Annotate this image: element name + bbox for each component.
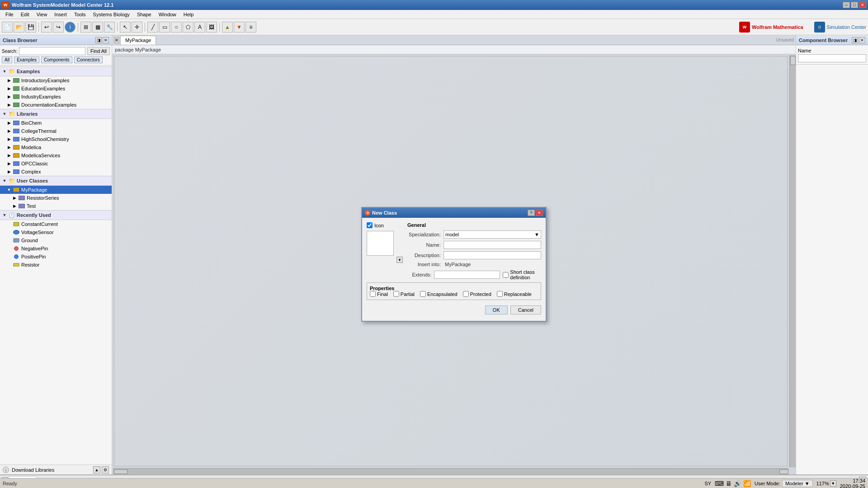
name-input[interactable] xyxy=(443,241,541,249)
datetime-area: 17:34 2020-09-25 xyxy=(840,478,865,488)
save-button[interactable]: 💾 xyxy=(25,22,36,33)
browser-bottom-btn2[interactable]: ⚙ xyxy=(102,466,109,474)
fill-tool[interactable]: ▼ xyxy=(234,22,245,33)
menu-shape[interactable]: Shape xyxy=(133,11,155,18)
opc-classic-item[interactable]: ▶ OPCClassic xyxy=(0,160,112,168)
encapsulated-checkbox[interactable] xyxy=(420,291,426,297)
menu-file[interactable]: File xyxy=(2,11,17,18)
short-class-checkbox[interactable] xyxy=(503,272,509,278)
canvas-tab-close[interactable]: ✕ xyxy=(114,37,119,43)
introductory-examples-item[interactable]: ▶ IntroductoryExamples xyxy=(0,76,112,84)
dialog-close-button[interactable]: ✕ xyxy=(536,210,543,216)
line-tool[interactable]: ╱ xyxy=(147,22,158,33)
open-button[interactable]: 📂 xyxy=(14,22,24,33)
modelica-expand: ▶ xyxy=(6,145,12,150)
resistor-series-item[interactable]: ▶ ResistorSeries xyxy=(0,194,112,202)
pointer-tool[interactable]: ↖ xyxy=(120,22,131,33)
component-browser-controls[interactable]: ◨ ✕ xyxy=(852,37,865,43)
icon-dropdown-button[interactable]: ▼ xyxy=(396,257,403,263)
modelica-services-item[interactable]: ▶ ModelicaServices xyxy=(0,151,112,160)
positive-pin-item[interactable]: ▶ PositivePin xyxy=(0,253,112,261)
dialog-controls[interactable]: ? ✕ xyxy=(528,210,543,216)
user-classes-section-header[interactable]: ▼ 📁 User Classes xyxy=(0,176,112,186)
search-input[interactable] xyxy=(19,47,85,55)
class-browser-close-button[interactable]: ✕ xyxy=(103,37,109,43)
menu-insert[interactable]: Insert xyxy=(51,11,71,18)
voltage-sensor-item[interactable]: ▶ VoltageSensor xyxy=(0,228,112,236)
new-button[interactable]: 📄 xyxy=(2,22,13,33)
tool3[interactable]: 🔧 xyxy=(104,22,115,33)
title-bar-controls[interactable]: ─ □ ✕ xyxy=(843,2,866,8)
browser-bottom-btn1[interactable]: ▲ xyxy=(93,466,100,474)
menu-view[interactable]: View xyxy=(33,11,51,18)
final-checkbox[interactable] xyxy=(370,291,376,297)
cancel-button[interactable]: Cancel xyxy=(510,305,541,314)
line-style[interactable]: ≡ xyxy=(245,22,256,33)
specialization-select[interactable]: model ▼ xyxy=(443,230,541,239)
comp-browser-close-button[interactable]: ✕ xyxy=(859,37,865,43)
resistor-item[interactable]: ▶ Resistor xyxy=(0,261,112,269)
class-browser-float-button[interactable]: ◨ xyxy=(95,37,102,43)
maximize-button[interactable]: □ xyxy=(851,2,858,8)
modelica-item[interactable]: ▶ Modelica xyxy=(0,143,112,151)
zoom-button[interactable]: ▼ xyxy=(830,480,836,487)
education-examples-item[interactable]: ▶ EducationExamples xyxy=(0,84,112,93)
class-browser-panel-controls[interactable]: ◨ ✕ xyxy=(95,37,109,43)
protected-checkbox[interactable] xyxy=(463,291,469,297)
info-button[interactable]: i xyxy=(65,22,75,33)
constant-current-item[interactable]: ▶ ConstantCurrent xyxy=(0,220,112,228)
circle-tool[interactable]: ○ xyxy=(171,22,182,33)
biochem-item[interactable]: ▶ BioChem xyxy=(0,119,112,127)
test-item[interactable]: ▶ Test xyxy=(0,202,112,210)
svg-rect-2 xyxy=(14,263,19,266)
modeler-dropdown[interactable]: Modeler ▼ xyxy=(782,480,813,487)
examples-section-header[interactable]: ▼ 📁 Examples xyxy=(0,66,112,76)
status-bar: Ready SY ⌨ 🖥 🔊 📶 User Mode: Modeler ▼ 11… xyxy=(0,478,868,488)
replaceable-checkbox[interactable] xyxy=(497,291,503,297)
dialog-help-button[interactable]: ? xyxy=(528,210,535,216)
undo-button[interactable]: ↩ xyxy=(41,22,52,33)
recently-used-section-header[interactable]: ▼ 🕐 Recently Used xyxy=(0,210,112,220)
find-all-button[interactable]: Find All xyxy=(87,47,110,55)
ground-item[interactable]: ▶ Ground xyxy=(0,236,112,244)
negative-pin-item[interactable]: ▶ NegativePin xyxy=(0,244,112,253)
color-tool[interactable]: ▲ xyxy=(222,22,233,33)
poly-tool[interactable]: ⬠ xyxy=(183,22,193,33)
menu-systems-biology[interactable]: Systems Biology xyxy=(90,11,133,18)
menu-window[interactable]: Window xyxy=(155,11,180,18)
menu-help[interactable]: Help xyxy=(180,11,198,18)
close-button[interactable]: ✕ xyxy=(859,2,866,8)
documentation-examples-item[interactable]: ▶ DocumentationExamples xyxy=(0,101,112,109)
ok-button[interactable]: OK xyxy=(485,305,508,314)
download-libraries-icon[interactable]: ↓ xyxy=(3,467,9,473)
cross-tool[interactable]: ✛ xyxy=(132,22,142,33)
image-tool[interactable]: 🖼 xyxy=(206,22,217,33)
partial-checkbox[interactable] xyxy=(393,291,399,297)
layout-button[interactable]: ▦ xyxy=(92,22,103,33)
icon-checkbox[interactable] xyxy=(367,222,373,228)
highschool-chem-item[interactable]: ▶ HighSchoolChemistry xyxy=(0,135,112,143)
libraries-section-header[interactable]: ▼ 📁 Libraries xyxy=(0,109,112,119)
text-tool[interactable]: A xyxy=(194,22,205,33)
grid-button[interactable]: ⊞ xyxy=(80,22,91,33)
rect-tool[interactable]: ▭ xyxy=(159,22,170,33)
canvas-area: ✕ MyPackage Unsaved package MyPackage xyxy=(112,35,796,474)
comp-search-input[interactable] xyxy=(798,54,866,62)
menu-tools[interactable]: Tools xyxy=(71,11,90,18)
college-thermal-item[interactable]: ▶ CollegeThermal xyxy=(0,127,112,135)
industry-examples-item[interactable]: ▶ IndustryExamples xyxy=(0,93,112,101)
my-package-tab[interactable]: MyPackage xyxy=(120,36,156,45)
filter-connectors-button[interactable]: Connectors xyxy=(74,56,103,63)
menu-edit[interactable]: Edit xyxy=(17,11,33,18)
filter-examples-button[interactable]: Examples xyxy=(14,56,39,63)
my-package-item[interactable]: ▼ MyPackage xyxy=(0,186,112,194)
extends-input[interactable] xyxy=(434,271,500,279)
filter-all-button[interactable]: All xyxy=(2,56,12,63)
filter-components-button[interactable]: Components xyxy=(41,56,72,63)
description-input[interactable] xyxy=(443,251,541,259)
comp-browser-float-button[interactable]: ◨ xyxy=(852,37,858,43)
redo-button[interactable]: ↪ xyxy=(53,22,64,33)
date-display: 2020-09-25 xyxy=(840,483,865,488)
complex-item[interactable]: ▶ Complex xyxy=(0,168,112,176)
minimize-button[interactable]: ─ xyxy=(843,2,850,8)
